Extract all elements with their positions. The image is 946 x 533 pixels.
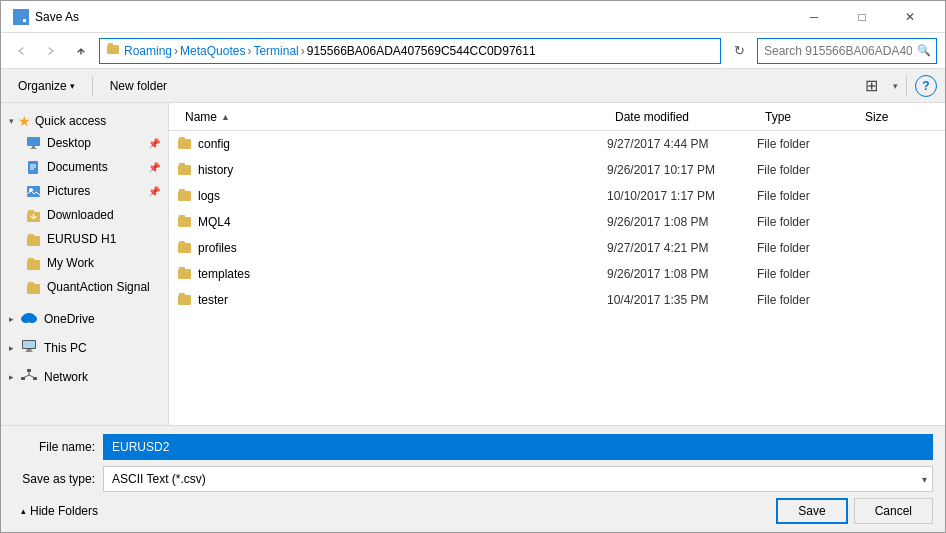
hide-folders-label: Hide Folders (30, 504, 98, 518)
svg-rect-2 (23, 19, 26, 22)
svg-rect-48 (179, 293, 185, 296)
pictures-label: Pictures (47, 184, 90, 198)
back-button[interactable] (9, 39, 33, 63)
onedrive-chevron-icon: ▸ (9, 314, 14, 324)
action-row: ▴ Hide Folders Save Cancel (13, 498, 933, 524)
svg-rect-42 (179, 215, 185, 218)
col-name-header[interactable]: Name ▲ (177, 106, 607, 128)
svg-rect-21 (28, 282, 34, 285)
file-name: templates (198, 267, 250, 281)
eurusd-folder-icon (25, 231, 41, 247)
file-type: File folder (757, 137, 857, 151)
file-date: 9/26/2017 1:08 PM (607, 267, 757, 281)
hide-folders-button[interactable]: ▴ Hide Folders (13, 504, 106, 518)
svg-rect-39 (178, 191, 191, 201)
sidebar-section-this-pc[interactable]: ▸ This PC (1, 333, 168, 358)
svg-rect-19 (28, 258, 34, 261)
svg-rect-40 (179, 189, 185, 192)
sidebar-section-quick-access[interactable]: ▾ ★ Quick access (1, 107, 168, 131)
save-as-type-select[interactable]: ASCII Text (*.csv) (103, 466, 933, 492)
sidebar-item-desktop[interactable]: Desktop 📌 (1, 131, 168, 155)
pin-icon: 📌 (148, 138, 160, 149)
pin-icon-3: 📌 (148, 186, 160, 197)
address-path[interactable]: Roaming › MetaQuotes › Terminal › 915566… (99, 38, 721, 64)
close-button[interactable]: ✕ (887, 5, 933, 29)
svg-rect-27 (27, 349, 32, 351)
search-input[interactable] (757, 38, 937, 64)
svg-point-24 (23, 313, 35, 321)
path-roaming: Roaming (124, 44, 172, 58)
my-work-label: My Work (47, 256, 94, 270)
downloaded-icon (25, 207, 41, 223)
dialog-title: Save As (35, 10, 791, 24)
folder-icon (177, 240, 192, 256)
pictures-icon (25, 183, 41, 199)
svg-rect-4 (108, 43, 113, 46)
folder-icon (177, 162, 192, 178)
eurusd-label: EURUSD H1 (47, 232, 116, 246)
file-type: File folder (757, 163, 857, 177)
maximize-button[interactable]: □ (839, 5, 885, 29)
title-controls: ─ □ ✕ (791, 5, 933, 29)
svg-line-33 (23, 375, 29, 378)
view-arrow: ▾ (893, 81, 898, 91)
svg-rect-20 (27, 284, 40, 294)
save-button[interactable]: Save (776, 498, 847, 524)
table-row[interactable]: MQL4 9/26/2017 1:08 PM File folder (169, 209, 945, 235)
sidebar-section-onedrive[interactable]: ▸ OneDrive (1, 305, 168, 329)
sidebar-item-downloaded[interactable]: Downloaded (1, 203, 168, 227)
forward-button[interactable] (39, 39, 63, 63)
table-row[interactable]: config 9/27/2017 4:44 PM File folder (169, 131, 945, 157)
file-name: config (198, 137, 230, 151)
file-name-input[interactable] (103, 434, 933, 460)
bottom-area: File name: Save as type: ASCII Text (*.c… (1, 425, 945, 532)
table-row[interactable]: tester 10/4/2017 1:35 PM File folder (169, 287, 945, 313)
sidebar-item-eurusd[interactable]: EURUSD H1 (1, 227, 168, 251)
table-row[interactable]: templates 9/26/2017 1:08 PM File folder (169, 261, 945, 287)
view-button[interactable]: ⊞ (857, 73, 885, 99)
new-folder-button[interactable]: New folder (101, 75, 176, 97)
path-metaquotes: MetaQuotes (180, 44, 245, 58)
toolbar-separator (92, 76, 93, 96)
help-button[interactable]: ? (915, 75, 937, 97)
sidebar-item-my-work[interactable]: My Work (1, 251, 168, 275)
svg-rect-6 (32, 146, 35, 148)
file-date: 10/4/2017 1:35 PM (607, 293, 757, 307)
file-name: profiles (198, 241, 237, 255)
pin-icon-2: 📌 (148, 162, 160, 173)
save-type-wrapper: ASCII Text (*.csv) ▾ (103, 466, 933, 492)
search-wrapper: 🔍 (757, 38, 937, 64)
table-row[interactable]: history 9/26/2017 10:17 PM File folder (169, 157, 945, 183)
file-date: 9/27/2017 4:21 PM (607, 241, 757, 255)
sidebar-item-pictures[interactable]: Pictures 📌 (1, 179, 168, 203)
quick-access-icon: ★ (18, 113, 31, 129)
up-button[interactable] (69, 39, 93, 63)
refresh-button[interactable]: ↻ (727, 39, 751, 63)
save-as-dialog: Save As ─ □ ✕ Roaming › MetaQuotes › Ter… (0, 0, 946, 533)
quantaction-label: QuantAction Signal (47, 280, 150, 294)
table-row[interactable]: profiles 9/27/2017 4:21 PM File folder (169, 235, 945, 261)
col-type-header[interactable]: Type (757, 106, 857, 128)
file-date: 9/26/2017 1:08 PM (607, 215, 757, 229)
col-size-header[interactable]: Size (857, 106, 937, 128)
main-area: ▾ ★ Quick access Desktop 📌 Documents 📌 (1, 103, 945, 425)
file-list-area: Name ▲ Date modified Type Size c (169, 103, 945, 425)
folder-icon (177, 188, 192, 204)
minimize-button[interactable]: ─ (791, 5, 837, 29)
path-guid: 915566BA06ADA407569C544CC0D97611 (307, 44, 536, 58)
network-icon (20, 368, 38, 385)
folder-icon (177, 136, 192, 152)
file-name-label: File name: (13, 440, 103, 454)
table-row[interactable]: logs 10/10/2017 1:17 PM File folder (169, 183, 945, 209)
organize-button[interactable]: Organize ▾ (9, 75, 84, 97)
col-date-header[interactable]: Date modified (607, 106, 757, 128)
svg-rect-17 (28, 234, 34, 237)
my-work-folder-icon (25, 255, 41, 271)
sidebar-item-documents[interactable]: Documents 📌 (1, 155, 168, 179)
cancel-button[interactable]: Cancel (854, 498, 933, 524)
sidebar-section-network[interactable]: ▸ Network (1, 362, 168, 387)
svg-rect-28 (26, 351, 33, 352)
sidebar-item-quantaction[interactable]: QuantAction Signal (1, 275, 168, 299)
svg-rect-15 (28, 210, 34, 213)
svg-rect-47 (178, 295, 191, 305)
